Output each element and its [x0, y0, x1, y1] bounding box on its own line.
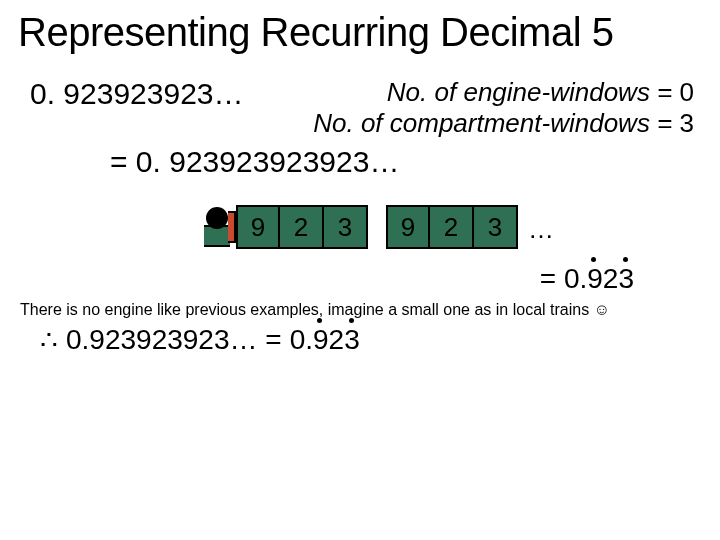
footnote: There is no engine like previous example… [20, 301, 702, 319]
window-counts: No. of engine-windows = 0 No. of compart… [262, 77, 702, 139]
car2-window-2: 2 [430, 205, 474, 249]
result-equation: = 0.923 [18, 263, 702, 295]
car1-window-1: 9 [236, 205, 280, 249]
conclusion-lhs: 0.923923923… = [66, 324, 282, 356]
train-car-2: 9 2 3 [386, 205, 518, 249]
dot-over-last-icon [623, 257, 628, 262]
train-car-1: 9 2 3 [236, 205, 368, 249]
conclusion-recurring: 923 [313, 324, 360, 356]
compartment-windows-line: No. of compartment-windows = 3 [262, 108, 694, 139]
dot-over-first-icon [317, 318, 322, 323]
slide-title: Representing Recurring Decimal 5 [18, 10, 702, 55]
car1-window-3: 3 [324, 205, 368, 249]
engine-windows-line: No. of engine-windows = 0 [262, 77, 694, 108]
dot-over-last-icon [349, 318, 354, 323]
engine-coupler [228, 211, 236, 243]
conclusion-prefix: 0. [290, 324, 313, 355]
dot-over-first-icon [591, 257, 596, 262]
slide: Representing Recurring Decimal 5 0. 9239… [0, 0, 720, 540]
decimal-extended: = 0. 923923923923… [110, 145, 702, 179]
row-decimal-info: 0. 923923923… No. of engine-windows = 0 … [30, 77, 702, 139]
car2-window-1: 9 [386, 205, 430, 249]
train-engine [204, 207, 230, 247]
conclusion-line: ∴ 0.923923923… = 0.923 [40, 323, 702, 356]
result-digits: 923 [587, 263, 634, 294]
compartment-windows-label: No. of compartment-windows = [313, 108, 672, 138]
decimal-short: 0. 923923923… [30, 77, 244, 110]
conclusion-rhs: 0.923 [290, 324, 360, 356]
car1-window-2: 2 [280, 205, 324, 249]
therefore-symbol: ∴ [40, 323, 58, 356]
engine-cab [206, 207, 228, 229]
conclusion-digits: 923 [313, 324, 360, 355]
engine-windows-value: 0 [680, 77, 694, 107]
car2-window-3: 3 [474, 205, 518, 249]
result-recurring: 923 [587, 263, 634, 295]
train-trailing-dots: … [528, 214, 554, 249]
compartment-windows-value: 3 [680, 108, 694, 138]
result-prefix: = 0. [540, 263, 587, 294]
engine-windows-label: No. of engine-windows = [387, 77, 672, 107]
train-diagram: 9 2 3 9 2 3 … [204, 205, 702, 249]
